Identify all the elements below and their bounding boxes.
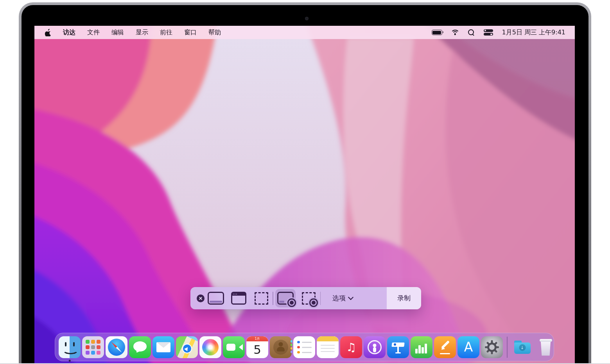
options-button[interactable]: 选项 — [321, 289, 364, 307]
record-selected-portion-button[interactable] — [298, 289, 320, 307]
page: { "menu_bar": { "apple_logo": "apple-log… — [0, 0, 610, 364]
dock-item-finder[interactable] — [59, 336, 81, 358]
capture-screen-icon — [208, 292, 224, 305]
screenshot-toolbar: 选项 录制 — [190, 287, 421, 309]
music-icon: ♫ — [340, 336, 362, 358]
capture-window-icon — [231, 292, 246, 305]
trash-icon — [535, 336, 557, 358]
keynote-icon — [387, 336, 409, 358]
wifi-icon[interactable] — [451, 30, 459, 36]
music-note-glyph: ♫ — [346, 341, 356, 354]
dock-item-music[interactable]: ♫ — [340, 336, 362, 358]
menu-item-go[interactable]: 前往 — [154, 26, 178, 39]
dock-item-facetime[interactable] — [223, 336, 245, 358]
mail-icon — [152, 336, 174, 358]
record-screen-icon — [277, 292, 294, 305]
finder-icon — [59, 336, 81, 358]
menu-bar-clock[interactable]: 1月5日 周三 上午9:41 — [502, 29, 565, 37]
toolbar-divider — [273, 292, 273, 305]
numbers-icon — [411, 336, 432, 358]
screen: 访达 文件 编辑 显示 前往 窗口 帮助 1月5日 周三 上午9:41 — [34, 26, 575, 364]
dock-item-photos[interactable] — [199, 336, 221, 358]
pages-icon — [434, 336, 456, 358]
battery-icon[interactable] — [432, 30, 442, 35]
dock-item-keynote[interactable] — [387, 336, 409, 358]
capture-selected-window-button[interactable] — [227, 289, 250, 307]
dock-item-podcasts[interactable] — [364, 336, 386, 358]
capture-selection-icon — [255, 292, 268, 305]
messages-icon — [129, 336, 151, 358]
options-label: 选项 — [332, 294, 346, 303]
launchpad-icon — [82, 336, 104, 358]
desktop-wallpaper — [34, 26, 575, 364]
menu-bar-status-area: 1月5日 周三 上午9:41 — [432, 29, 571, 37]
dock-item-app-store[interactable]: A — [458, 336, 479, 358]
record-button[interactable]: 录制 — [387, 287, 421, 309]
dock-item-downloads[interactable]: ↓ — [511, 336, 533, 358]
chevron-down-icon — [348, 294, 353, 300]
control-center-icon[interactable] — [484, 29, 493, 36]
record-label: 录制 — [397, 294, 411, 303]
record-entire-screen-button[interactable] — [275, 289, 296, 307]
menu-app-name[interactable]: 访达 — [57, 26, 81, 39]
menu-bar-left: 访达 文件 编辑 显示 前往 窗口 帮助 — [38, 26, 227, 39]
dock-item-messages[interactable] — [129, 336, 151, 358]
safari-icon — [106, 336, 127, 358]
dock-item-mail[interactable] — [152, 336, 174, 358]
facetime-icon — [223, 336, 245, 358]
dock-item-maps[interactable] — [176, 336, 198, 358]
facetime-camera-dot — [305, 17, 309, 20]
app-store-a-glyph: A — [464, 339, 473, 355]
record-selection-icon — [302, 292, 316, 305]
download-arrow-glyph: ↓ — [520, 345, 524, 350]
calendar-day: 5 — [246, 341, 268, 358]
app-store-icon: A — [458, 336, 479, 358]
maps-icon — [176, 336, 198, 358]
apple-menu-icon[interactable] — [45, 29, 52, 36]
dock-item-pages[interactable] — [434, 336, 456, 358]
menu-bar: 访达 文件 编辑 显示 前往 窗口 帮助 1月5日 周三 上午9:41 — [34, 26, 575, 39]
dock-item-system-preferences[interactable] — [481, 336, 503, 358]
finder-running-indicator — [69, 360, 71, 362]
downloads-folder-icon: ↓ — [511, 336, 533, 358]
menu-item-view[interactable]: 显示 — [130, 26, 154, 39]
podcasts-icon — [364, 336, 386, 358]
reminders-icon — [293, 336, 315, 358]
dock-item-reminders[interactable] — [293, 336, 315, 358]
dock-item-launchpad[interactable] — [82, 336, 104, 358]
system-preferences-gear-icon — [481, 336, 503, 358]
spotlight-search-icon[interactable] — [468, 29, 475, 36]
dock-item-numbers[interactable] — [411, 336, 432, 358]
dock-item-safari[interactable] — [106, 336, 127, 358]
dock-item-notes[interactable] — [317, 336, 339, 358]
dock: 1月 5 ♫ — [55, 333, 554, 361]
notes-icon — [317, 336, 339, 358]
menu-item-window[interactable]: 窗口 — [178, 26, 203, 39]
dock-item-trash[interactable] — [535, 336, 557, 358]
menu-item-file[interactable]: 文件 — [81, 26, 106, 39]
photos-icon — [199, 336, 221, 358]
close-button[interactable] — [197, 294, 205, 302]
capture-entire-screen-button[interactable] — [205, 289, 227, 307]
menu-item-edit[interactable]: 编辑 — [106, 26, 130, 39]
calendar-month: 1月 — [246, 336, 268, 341]
capture-selected-portion-button[interactable] — [250, 289, 273, 307]
dock-divider — [507, 337, 508, 358]
contacts-icon — [270, 336, 292, 358]
calendar-icon: 1月 5 — [246, 336, 268, 358]
dock-item-calendar[interactable]: 1月 5 — [246, 336, 268, 358]
menu-item-help[interactable]: 帮助 — [203, 26, 227, 39]
dock-item-contacts[interactable] — [270, 336, 292, 358]
